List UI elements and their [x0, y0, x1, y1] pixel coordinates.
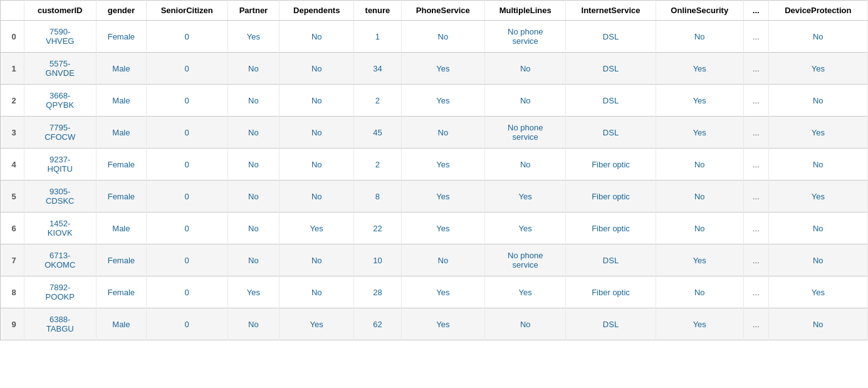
col-header-phoneservice: PhoneService — [401, 1, 484, 21]
table-cell: No — [227, 244, 280, 276]
table-cell: ... — [743, 212, 768, 244]
table-cell: No — [227, 117, 280, 149]
table-cell: No — [227, 149, 280, 181]
table-cell: Yes — [656, 85, 743, 117]
table-cell: ... — [743, 85, 768, 117]
col-header-index — [1, 1, 24, 21]
table-cell: ... — [743, 149, 768, 181]
table-cell: No — [227, 212, 280, 244]
table-cell: No — [768, 85, 867, 117]
col-header-multiplelines: MultipleLines — [484, 1, 566, 21]
table-cell: 0 — [146, 244, 227, 276]
table-cell: ... — [743, 21, 768, 53]
table-cell: Yes — [227, 276, 280, 308]
col-header-gender: gender — [96, 1, 146, 21]
table-cell: Yes — [227, 21, 280, 53]
table-cell: 0 — [146, 117, 227, 149]
table-cell: ... — [743, 181, 768, 212]
table-cell: No — [280, 85, 354, 117]
table-row: 49237-HQITUFemale0NoNo2YesNoFiber opticN… — [1, 149, 868, 181]
table-cell: 9 — [1, 308, 24, 340]
table-cell: No — [280, 117, 354, 149]
table-cell: No — [280, 53, 354, 85]
table-cell: No — [656, 212, 743, 244]
table-cell: ... — [743, 117, 768, 149]
table-cell: 28 — [354, 276, 402, 308]
table-cell: DSL — [566, 53, 656, 85]
table-cell: 2 — [1, 85, 24, 117]
table-cell: DSL — [566, 117, 656, 149]
table-cell: No phoneservice — [484, 21, 566, 53]
table-cell: 5575-GNVDE — [24, 53, 96, 85]
table-row: 76713-OKOMCFemale0NoNo10NoNo phoneservic… — [1, 244, 868, 276]
table-cell: Yes — [768, 276, 867, 308]
table-cell: No — [768, 212, 867, 244]
table-cell: Yes — [401, 308, 484, 340]
table-cell: No — [280, 244, 354, 276]
table-cell: 7 — [1, 244, 24, 276]
table-cell: 9237-HQITU — [24, 149, 96, 181]
table-cell: Female — [96, 276, 146, 308]
table-cell: ... — [743, 244, 768, 276]
table-header-row: customerID gender SeniorCitizen Partner … — [1, 1, 868, 21]
table-cell: Male — [96, 117, 146, 149]
table-cell: No — [227, 308, 280, 340]
table-cell: 1 — [354, 21, 402, 53]
table-cell: 5 — [1, 181, 24, 212]
table-cell: 7892-POOKP — [24, 276, 96, 308]
table-cell: 62 — [354, 308, 402, 340]
table-cell: No phoneservice — [484, 117, 566, 149]
table-cell: 0 — [146, 85, 227, 117]
table-cell: Fiber optic — [566, 149, 656, 181]
table-cell: No — [227, 53, 280, 85]
table-cell: 2 — [354, 85, 402, 117]
table-cell: Yes — [484, 276, 566, 308]
table-cell: Yes — [656, 308, 743, 340]
table-cell: No — [656, 276, 743, 308]
table-cell: Male — [96, 85, 146, 117]
table-cell: 1 — [1, 53, 24, 85]
table-cell: No — [656, 149, 743, 181]
table-cell: 4 — [1, 149, 24, 181]
table-cell: Yes — [656, 244, 743, 276]
table-cell: 34 — [354, 53, 402, 85]
table-cell: Yes — [768, 53, 867, 85]
table-cell: 0 — [146, 149, 227, 181]
table-cell: DSL — [566, 85, 656, 117]
table-cell: DSL — [566, 244, 656, 276]
table-cell: No — [484, 85, 566, 117]
table-cell: No — [656, 181, 743, 212]
table-row: 61452-KIOVKMale0NoYes22YesYesFiber optic… — [1, 212, 868, 244]
table-cell: 0 — [146, 308, 227, 340]
table-cell: No — [227, 181, 280, 212]
data-table: customerID gender SeniorCitizen Partner … — [0, 0, 868, 340]
table-cell: No — [484, 149, 566, 181]
table-row: 15575-GNVDEMale0NoNo34YesNoDSLYes...Yes — [1, 53, 868, 85]
table-cell: Yes — [401, 276, 484, 308]
table-cell: Yes — [401, 181, 484, 212]
col-header-deviceprotection: DeviceProtection — [768, 1, 867, 21]
table-cell: 6388-TABGU — [24, 308, 96, 340]
table-cell: 8 — [354, 181, 402, 212]
table-cell: No — [401, 117, 484, 149]
table-cell: 6 — [1, 212, 24, 244]
table-cell: Yes — [401, 53, 484, 85]
table-cell: Yes — [280, 212, 354, 244]
table-cell: No — [484, 53, 566, 85]
table-cell: Female — [96, 181, 146, 212]
table-cell: No — [280, 181, 354, 212]
table-cell: No — [768, 308, 867, 340]
table-cell: 0 — [146, 212, 227, 244]
table-row: 59305-CDSKCFemale0NoNo8YesYesFiber optic… — [1, 181, 868, 212]
table-cell: Yes — [484, 212, 566, 244]
table-cell: Male — [96, 212, 146, 244]
table-row: 23668-QPYBKMale0NoNo2YesNoDSLYes...No — [1, 85, 868, 117]
table-cell: Yes — [656, 117, 743, 149]
table-cell: ... — [743, 276, 768, 308]
col-header-customerid: customerID — [24, 1, 96, 21]
table-cell: DSL — [566, 308, 656, 340]
table-row: 96388-TABGUMale0NoYes62YesNoDSLYes...No — [1, 308, 868, 340]
table-cell: 10 — [354, 244, 402, 276]
table-cell: Yes — [401, 149, 484, 181]
table-cell: No — [280, 149, 354, 181]
